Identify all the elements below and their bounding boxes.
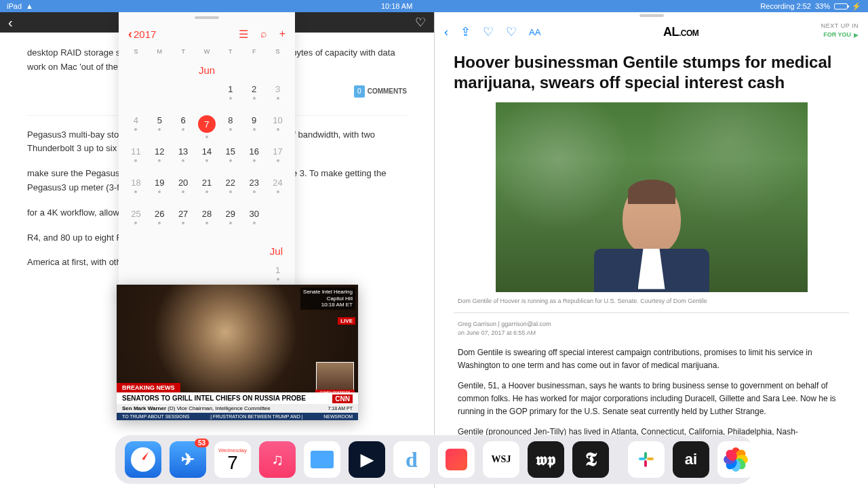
calendar-grid: 1234567891011121314151617181920212223242…: [119, 80, 295, 236]
day-cell[interactable]: 3: [266, 80, 290, 111]
day-cell[interactable]: 12: [148, 142, 172, 174]
comments-link[interactable]: 0 COMMENTS: [354, 85, 407, 98]
comments-label: COMMENTS: [368, 86, 407, 97]
nyt-app-icon[interactable]: 𝕿: [572, 441, 609, 478]
recording-label: Recording 2:52: [760, 2, 811, 10]
day-cell[interactable]: 25: [124, 205, 148, 236]
love-icon[interactable]: ♡: [506, 24, 517, 39]
charging-icon: ⚡: [852, 2, 861, 11]
battery-icon: [834, 3, 848, 9]
like-icon[interactable]: ♡: [483, 24, 494, 39]
status-time: 10:18 AM: [381, 2, 412, 10]
live-badge: LIVE: [338, 317, 355, 325]
wifi-icon: ▲: [26, 2, 33, 10]
day-cell[interactable]: 14: [195, 142, 219, 174]
next-up-button[interactable]: NEXT UP IN FOR YOU ▸: [821, 23, 859, 40]
day-cell[interactable]: 21: [195, 174, 219, 205]
divider: [454, 312, 849, 313]
right-article-body[interactable]: Hoover businessman Gentile stumps for me…: [435, 47, 868, 452]
day-cell[interactable]: 7: [195, 111, 219, 142]
day-cell: [195, 80, 219, 111]
cnn-logo-icon: CNN: [332, 394, 353, 403]
video-chyron-location: Senate Intel Hearing Capitol Hill 10:18 …: [300, 287, 355, 310]
day-cell[interactable]: 1: [218, 80, 242, 111]
news-toolbar: ‹ ⇪ ♡ ♡ AA AL.COM NEXT UP IN FOR YOU ▸: [435, 17, 868, 47]
day-cell[interactable]: 13: [172, 142, 195, 174]
wapo-app-icon[interactable]: 𝖜𝖕: [528, 441, 564, 478]
inbox-icon[interactable]: ☰: [239, 28, 248, 41]
day-cell[interactable]: 16: [242, 142, 266, 174]
svg-rect-2: [644, 452, 647, 459]
device-label: iPad: [7, 2, 22, 10]
files-app-icon[interactable]: [304, 441, 340, 478]
drag-handle-icon[interactable]: [195, 16, 219, 19]
safari-app-icon[interactable]: [125, 441, 161, 478]
next-month-label: Jul: [119, 239, 295, 261]
day-cell[interactable]: 18: [124, 174, 148, 205]
day-cell[interactable]: 11: [124, 142, 148, 174]
day-cell: [266, 205, 290, 236]
day-cell[interactable]: 27: [172, 205, 195, 236]
music-app-icon[interactable]: ♫: [259, 441, 296, 478]
article-paragraph: Gentile, 51, a Hoover businessman, says …: [454, 380, 849, 418]
day-cell[interactable]: 8: [218, 111, 242, 142]
add-event-button[interactable]: +: [279, 28, 285, 41]
wsj-app-icon[interactable]: WSJ: [483, 441, 519, 478]
day-cell[interactable]: 2: [242, 80, 266, 111]
downcast-app-icon[interactable]: d: [393, 441, 430, 478]
back-chevron-icon[interactable]: ‹: [444, 25, 448, 39]
day-cell[interactable]: 22: [218, 174, 242, 205]
calendar-toolbar: ‹2017 ☰ ⌕ +: [119, 23, 295, 45]
day-cell[interactable]: 4: [124, 111, 148, 142]
battery-pct: 33%: [815, 2, 830, 10]
day-cell[interactable]: 15: [218, 142, 242, 174]
month-label: Jun: [119, 58, 295, 80]
back-chevron-icon[interactable]: ‹: [8, 15, 13, 30]
day-cell[interactable]: 5: [148, 111, 172, 142]
video-app-icon[interactable]: ▶: [349, 441, 385, 478]
notification-badge: 53: [195, 439, 209, 447]
day-cell[interactable]: 10: [266, 111, 290, 142]
share-icon[interactable]: ⇪: [460, 24, 471, 39]
day-cell[interactable]: 28: [195, 205, 219, 236]
slack-app-icon[interactable]: [628, 441, 665, 478]
mail-app-icon[interactable]: ✈53: [170, 441, 206, 478]
svg-rect-3: [644, 460, 647, 467]
year-back-button[interactable]: ‹2017: [128, 27, 156, 41]
day-cell[interactable]: 30: [242, 205, 266, 236]
photos-app-icon[interactable]: [717, 441, 754, 478]
day-cell[interactable]: 29: [218, 205, 242, 236]
calendar-popover[interactable]: ‹2017 ☰ ⌕ + SMTWTFS Jun 1234567891011121…: [119, 12, 295, 298]
day-cell[interactable]: 24: [266, 174, 290, 205]
chevron-right-icon: ▸: [851, 29, 859, 40]
publication-logo[interactable]: AL.COM: [553, 25, 808, 39]
article-paragraph: Dom Gentile is swearing off special inte…: [454, 346, 849, 371]
lower-third: BREAKING NEWS SENATORS TO GRILL INTEL CH…: [117, 380, 358, 420]
day-cell: [172, 80, 195, 111]
picture-in-picture-video[interactable]: Senate Intel Hearing Capitol Hill 10:18 …: [117, 285, 358, 420]
comments-count: 0: [354, 85, 365, 98]
day-cell: [148, 80, 172, 111]
day-cell[interactable]: 20: [172, 174, 195, 205]
text-size-button[interactable]: AA: [529, 27, 540, 37]
calendar-app-icon[interactable]: Wednesday7: [214, 441, 251, 478]
search-icon[interactable]: ⌕: [260, 28, 267, 41]
day-cell[interactable]: 23: [242, 174, 266, 205]
weekday-header: SMTWTFS: [119, 45, 295, 58]
news-ticker: TO TRUMP ABOUT SESSIONS | FRUSTRATION BE…: [117, 413, 358, 420]
breaking-news-badge: BREAKING NEWS: [117, 383, 180, 392]
day-cell[interactable]: 17: [266, 142, 290, 174]
day-cell[interactable]: 19: [148, 174, 172, 205]
speaker-label: Sen Mark Warner (D) Vice Chairman, Intel…: [117, 404, 358, 413]
dock: ✈53 Wednesday7 ♫ ▶ d WSJ 𝖜𝖕 𝕿 ai: [115, 435, 753, 484]
article-headline: Hoover businessman Gentile stumps for me…: [454, 52, 849, 93]
day-cell[interactable]: 6: [172, 111, 195, 142]
favorite-icon[interactable]: ♡: [415, 15, 426, 30]
svg-rect-1: [647, 458, 654, 460]
news-app-icon[interactable]: [438, 441, 475, 478]
byline: Greg Garrison | ggarrison@al.com on June…: [454, 320, 849, 337]
day-cell[interactable]: 9: [242, 111, 266, 142]
day-cell[interactable]: 26: [148, 205, 172, 236]
chevron-left-icon: ‹: [128, 27, 132, 41]
ai-app-icon[interactable]: ai: [673, 441, 709, 478]
